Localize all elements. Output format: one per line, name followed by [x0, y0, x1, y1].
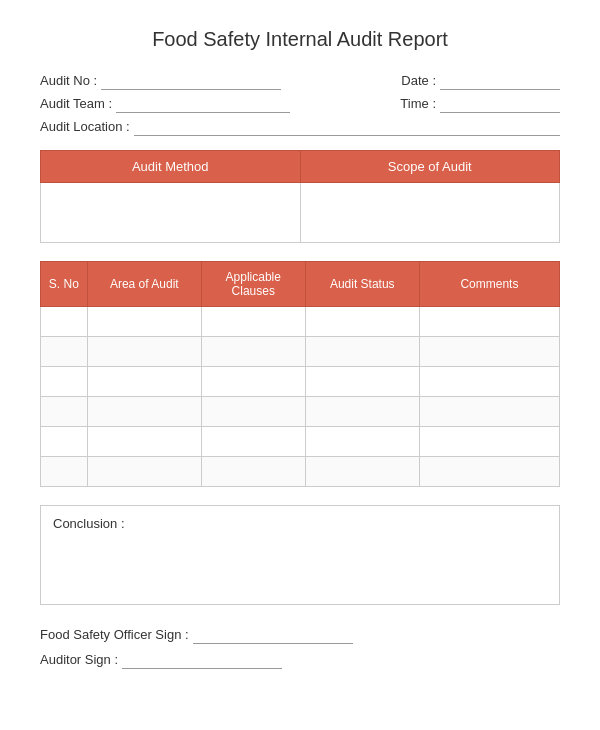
- audit-team-group: Audit Team :: [40, 96, 290, 113]
- table-cell: [87, 457, 201, 487]
- officer-sign-input[interactable]: [193, 627, 353, 644]
- col-comments: Comments: [419, 262, 559, 307]
- auditor-sign-label: Auditor Sign :: [40, 652, 118, 667]
- audit-no-label: Audit No :: [40, 73, 97, 88]
- table-cell: [419, 427, 559, 457]
- officer-sign-row: Food Safety Officer Sign :: [40, 627, 560, 644]
- method-table-row: [41, 183, 560, 243]
- table-cell: [201, 337, 305, 367]
- table-cell: [41, 397, 88, 427]
- date-input[interactable]: [440, 73, 560, 90]
- table-cell: [87, 367, 201, 397]
- col-sno: S. No: [41, 262, 88, 307]
- method-table: Audit Method Scope of Audit: [40, 150, 560, 243]
- time-input[interactable]: [440, 96, 560, 113]
- table-cell: [201, 397, 305, 427]
- table-cell: [41, 427, 88, 457]
- table-cell: [41, 307, 88, 337]
- table-cell: [419, 307, 559, 337]
- table-cell: [305, 397, 419, 427]
- method-cell: [41, 183, 301, 243]
- conclusion-box: Conclusion :: [40, 505, 560, 605]
- table-cell: [305, 337, 419, 367]
- table-cell: [305, 427, 419, 457]
- form-fields: Audit No : Date : Audit Team : Time : Au…: [40, 73, 560, 136]
- audit-table-body: [41, 307, 560, 487]
- table-cell: [41, 457, 88, 487]
- table-row: [41, 427, 560, 457]
- table-cell: [87, 427, 201, 457]
- scope-cell: [300, 183, 560, 243]
- table-cell: [201, 457, 305, 487]
- table-row: [41, 307, 560, 337]
- audit-table: S. No Area of Audit Applicable Clauses A…: [40, 261, 560, 487]
- table-row: [41, 337, 560, 367]
- audit-location-group: Audit Location :: [40, 119, 560, 136]
- table-cell: [87, 337, 201, 367]
- audit-table-header-row: S. No Area of Audit Applicable Clauses A…: [41, 262, 560, 307]
- time-label: Time :: [400, 96, 436, 111]
- audit-no-group: Audit No :: [40, 73, 290, 90]
- audit-location-label: Audit Location :: [40, 119, 130, 134]
- table-row: [41, 457, 560, 487]
- audit-team-input[interactable]: [116, 96, 290, 113]
- table-cell: [419, 367, 559, 397]
- auditor-sign-row: Auditor Sign :: [40, 652, 560, 669]
- date-group: Date :: [310, 73, 560, 90]
- row-audit-no-date: Audit No : Date :: [40, 73, 560, 90]
- row-audit-team-time: Audit Team : Time :: [40, 96, 560, 113]
- table-cell: [305, 307, 419, 337]
- audit-no-input[interactable]: [101, 73, 281, 90]
- col-area: Area of Audit: [87, 262, 201, 307]
- officer-sign-label: Food Safety Officer Sign :: [40, 627, 189, 642]
- audit-location-input[interactable]: [134, 119, 560, 136]
- table-cell: [419, 397, 559, 427]
- conclusion-label: Conclusion :: [53, 516, 547, 531]
- audit-team-label: Audit Team :: [40, 96, 112, 111]
- time-group: Time :: [310, 96, 560, 113]
- table-cell: [419, 337, 559, 367]
- table-cell: [201, 307, 305, 337]
- auditor-sign-input[interactable]: [122, 652, 282, 669]
- table-cell: [41, 337, 88, 367]
- table-cell: [419, 457, 559, 487]
- sign-section: Food Safety Officer Sign : Auditor Sign …: [40, 627, 560, 669]
- table-cell: [201, 427, 305, 457]
- table-cell: [201, 367, 305, 397]
- page-title: Food Safety Internal Audit Report: [40, 20, 560, 51]
- scope-col-header: Scope of Audit: [300, 151, 560, 183]
- table-row: [41, 397, 560, 427]
- col-clauses: Applicable Clauses: [201, 262, 305, 307]
- table-row: [41, 367, 560, 397]
- table-cell: [87, 307, 201, 337]
- col-status: Audit Status: [305, 262, 419, 307]
- table-cell: [41, 367, 88, 397]
- date-label: Date :: [401, 73, 436, 88]
- table-cell: [87, 397, 201, 427]
- table-cell: [305, 367, 419, 397]
- table-cell: [305, 457, 419, 487]
- method-col-header: Audit Method: [41, 151, 301, 183]
